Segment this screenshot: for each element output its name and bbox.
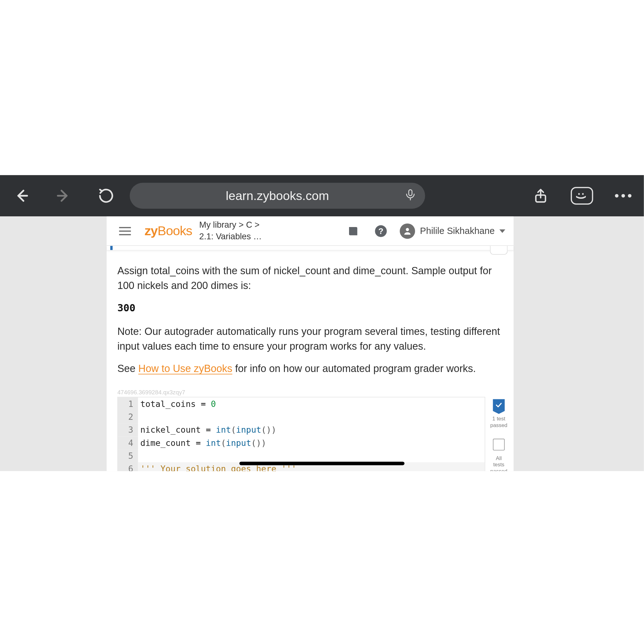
code-line[interactable]: 5 xyxy=(118,449,485,462)
logo-books: Books xyxy=(158,223,192,238)
help-icon[interactable]: ? xyxy=(373,223,390,239)
line-number: 6 xyxy=(118,462,138,471)
user-menu[interactable]: Philile Sikhakhane xyxy=(400,223,505,239)
tab-bar-fragment xyxy=(107,246,514,251)
line-number: 3 xyxy=(118,423,138,436)
one-test-label: 1 test passed xyxy=(490,416,508,428)
test-badges: 1 test passed All tests passed xyxy=(490,397,514,471)
library-icon[interactable] xyxy=(346,223,362,239)
problem-paragraph-2: Note: Our autograder automatically runs … xyxy=(117,325,503,353)
code-line[interactable]: 2 xyxy=(118,410,485,423)
zybooks-app: zyBooks My library > C > 2.1: Variables … xyxy=(107,216,514,471)
browser-toolbar: learn.zybooks.com :) xyxy=(0,175,644,216)
breadcrumb-line2: 2.1: Variables … xyxy=(199,231,262,242)
sample-output: 300 xyxy=(117,301,503,315)
content-area: Assign total_coins with the sum of nicke… xyxy=(107,246,514,471)
one-test-passed-badge xyxy=(493,399,505,411)
avatar-icon xyxy=(400,223,415,239)
line-number: 1 xyxy=(118,397,138,410)
code-editor[interactable]: 1total_coins = 023nickel_count = int(inp… xyxy=(117,397,485,471)
problem-paragraph-3: See How to Use zyBooks for info on how o… xyxy=(117,362,503,376)
p3-pre: See xyxy=(117,363,138,375)
user-name: Philile Sikhakhane xyxy=(420,225,495,236)
zybooks-logo[interactable]: zyBooks xyxy=(144,223,192,239)
problem-paragraph-1: Assign total_coins with the sum of nicke… xyxy=(117,264,503,292)
overflow-menu-button[interactable] xyxy=(602,194,644,197)
logo-zy: zy xyxy=(144,223,158,238)
svg-point-7 xyxy=(406,228,409,231)
tabs-button[interactable]: :) xyxy=(561,185,602,207)
code-line[interactable]: 1total_coins = 0 xyxy=(118,397,485,410)
url-text: learn.zybooks.com xyxy=(226,189,329,203)
code-text[interactable]: total_coins = 0 xyxy=(138,397,485,410)
code-text[interactable]: nickel_count = int(input()) xyxy=(138,423,485,436)
watermark-id: 474696.3699284.qx3zqy7 xyxy=(107,387,514,396)
hamburger-menu-button[interactable] xyxy=(115,227,135,235)
code-line[interactable]: 3nickel_count = int(input()) xyxy=(118,423,485,436)
how-to-use-link[interactable]: How to Use zyBooks xyxy=(138,363,232,375)
mic-icon[interactable] xyxy=(404,188,417,203)
svg-rect-2 xyxy=(409,190,412,196)
reload-button[interactable] xyxy=(85,187,127,204)
share-button[interactable] xyxy=(520,187,561,204)
back-button[interactable] xyxy=(0,187,42,204)
code-text[interactable]: dime_count = int(input()) xyxy=(138,436,485,449)
problem-description: Assign total_coins with the sum of nicke… xyxy=(107,251,514,387)
page-background: zyBooks My library > C > 2.1: Variables … xyxy=(0,216,644,471)
breadcrumb-line1: My library > C > xyxy=(199,219,262,231)
chevron-down-icon xyxy=(499,229,505,232)
all-tests-passed-badge xyxy=(493,439,505,451)
code-text[interactable] xyxy=(138,449,485,462)
line-number: 2 xyxy=(118,410,138,423)
home-indicator xyxy=(239,462,404,465)
svg-text:?: ? xyxy=(379,226,384,236)
line-number: 5 xyxy=(118,449,138,462)
address-bar[interactable]: learn.zybooks.com xyxy=(130,183,425,209)
code-line[interactable]: 4dime_count = int(input()) xyxy=(118,436,485,449)
code-text[interactable] xyxy=(138,410,485,423)
line-number: 4 xyxy=(118,436,138,449)
p3-post: for info on how our automated program gr… xyxy=(232,363,476,375)
breadcrumb[interactable]: My library > C > 2.1: Variables … xyxy=(199,219,262,242)
all-tests-label: All tests passed xyxy=(490,455,508,471)
forward-button[interactable] xyxy=(42,187,85,204)
app-header: zyBooks My library > C > 2.1: Variables … xyxy=(107,216,514,246)
